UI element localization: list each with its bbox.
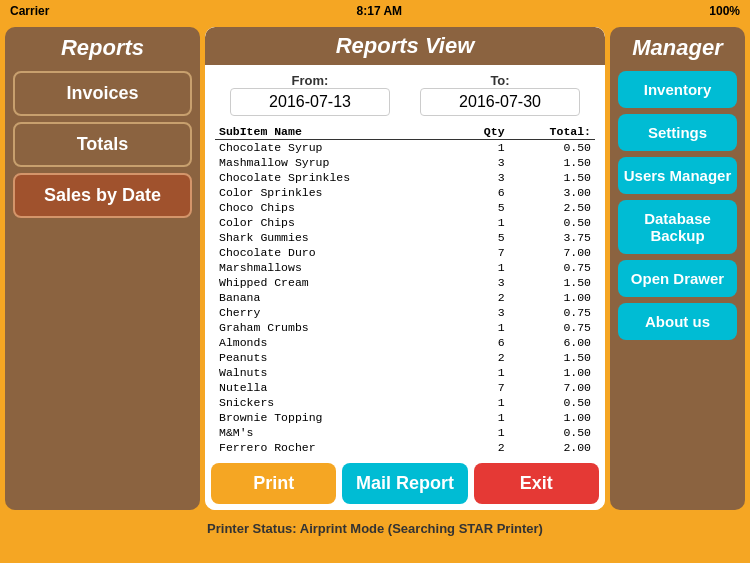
item-qty: 3 — [458, 275, 508, 290]
time-label: 8:17 AM — [357, 4, 403, 18]
item-qty: 2 — [458, 440, 508, 455]
item-total: 3.00 — [509, 185, 595, 200]
carrier-label: Carrier — [10, 4, 49, 18]
item-total: 1.50 — [509, 275, 595, 290]
totals-button[interactable]: Totals — [13, 122, 192, 167]
item-total: 0.75 — [509, 260, 595, 275]
item-name: Color Sprinkles — [215, 185, 458, 200]
item-name: Banana — [215, 290, 458, 305]
table-row: Shark Gummies 5 3.75 — [215, 230, 595, 245]
table-row: Walnuts 1 1.00 — [215, 365, 595, 380]
item-name: Nutella — [215, 380, 458, 395]
date-row: From: To: — [205, 65, 605, 120]
item-qty: 7 — [458, 245, 508, 260]
print-button[interactable]: Print — [211, 463, 336, 504]
item-qty: 1 — [458, 425, 508, 440]
item-total: 0.50 — [509, 140, 595, 156]
item-name: Mashmallow Syrup — [215, 155, 458, 170]
settings-button[interactable]: Settings — [618, 114, 737, 151]
database-backup-button[interactable]: Database Backup — [618, 200, 737, 254]
open-drawer-button[interactable]: Open Drawer — [618, 260, 737, 297]
item-name: Cherry — [215, 305, 458, 320]
users-manager-button[interactable]: Users Manager — [618, 157, 737, 194]
center-panel: Reports View From: To: SubItem Name Qty … — [205, 27, 605, 510]
center-title: Reports View — [211, 33, 599, 59]
printer-status: Printer Status: Airprint Mode (Searching… — [207, 521, 543, 536]
item-qty: 2 — [458, 350, 508, 365]
item-total: 0.50 — [509, 425, 595, 440]
item-name: Peanuts — [215, 350, 458, 365]
col-total-header: Total: — [509, 124, 595, 140]
item-total: 0.75 — [509, 305, 595, 320]
item-name: Whipped Cream — [215, 275, 458, 290]
table-row: Banana 2 1.00 — [215, 290, 595, 305]
table-row: Choco Chips 5 2.50 — [215, 200, 595, 215]
item-total: 3.75 — [509, 230, 595, 245]
left-sidebar: Reports Invoices Totals Sales by Date — [5, 27, 200, 510]
status-bar: Carrier 8:17 AM 100% — [0, 0, 750, 22]
item-name: Choco Chips — [215, 200, 458, 215]
item-qty: 3 — [458, 170, 508, 185]
table-row: Mashmallow Syrup 3 1.50 — [215, 155, 595, 170]
table-row: Peanuts 2 1.50 — [215, 350, 595, 365]
main-container: Reports Invoices Totals Sales by Date Re… — [0, 22, 750, 515]
sales-by-date-button[interactable]: Sales by Date — [13, 173, 192, 218]
item-total: 0.50 — [509, 215, 595, 230]
item-total: 1.00 — [509, 290, 595, 305]
item-qty: 1 — [458, 260, 508, 275]
item-total: 1.50 — [509, 155, 595, 170]
item-total: 2.50 — [509, 200, 595, 215]
right-sidebar-title: Manager — [618, 35, 737, 61]
item-total: 7.00 — [509, 245, 595, 260]
item-name: Snickers — [215, 395, 458, 410]
item-qty: 1 — [458, 215, 508, 230]
item-qty: 1 — [458, 410, 508, 425]
item-name: Shark Gummies — [215, 230, 458, 245]
from-date-field: From: — [230, 73, 390, 116]
table-row: Graham Crumbs 1 0.75 — [215, 320, 595, 335]
table-row: Chocolate Duro 7 7.00 — [215, 245, 595, 260]
item-name: Chocolate Syrup — [215, 140, 458, 156]
table-row: Whipped Cream 3 1.50 — [215, 275, 595, 290]
from-label: From: — [292, 73, 329, 88]
item-total: 1.00 — [509, 410, 595, 425]
from-date-input[interactable] — [230, 88, 390, 116]
to-date-field: To: — [420, 73, 580, 116]
invoices-button[interactable]: Invoices — [13, 71, 192, 116]
item-name: Brownie Topping — [215, 410, 458, 425]
battery-label: 100% — [709, 4, 740, 18]
item-total: 6.00 — [509, 335, 595, 350]
item-total: 1.50 — [509, 350, 595, 365]
item-name: Color Chips — [215, 215, 458, 230]
item-qty: 6 — [458, 185, 508, 200]
inventory-button[interactable]: Inventory — [618, 71, 737, 108]
item-qty: 1 — [458, 365, 508, 380]
bottom-status-bar: Printer Status: Airprint Mode (Searching… — [0, 515, 750, 541]
mail-report-button[interactable]: Mail Report — [342, 463, 467, 504]
center-header: Reports View — [205, 27, 605, 65]
item-qty: 3 — [458, 155, 508, 170]
table-row: Almonds 6 6.00 — [215, 335, 595, 350]
item-qty: 7 — [458, 380, 508, 395]
item-name: Ferrero Rocher — [215, 440, 458, 455]
col-qty-header: Qty — [458, 124, 508, 140]
table-row: Snickers 1 0.50 — [215, 395, 595, 410]
table-row: Color Sprinkles 6 3.00 — [215, 185, 595, 200]
to-date-input[interactable] — [420, 88, 580, 116]
report-table: SubItem Name Qty Total: Chocolate Syrup … — [215, 124, 595, 455]
exit-button[interactable]: Exit — [474, 463, 599, 504]
item-name: Graham Crumbs — [215, 320, 458, 335]
item-qty: 1 — [458, 140, 508, 156]
table-row: M&M's 1 0.50 — [215, 425, 595, 440]
item-qty: 1 — [458, 395, 508, 410]
about-us-button[interactable]: About us — [618, 303, 737, 340]
item-qty: 2 — [458, 290, 508, 305]
table-row: Marshmallows 1 0.75 — [215, 260, 595, 275]
left-sidebar-title: Reports — [13, 35, 192, 61]
table-row: Color Chips 1 0.50 — [215, 215, 595, 230]
item-name: Marshmallows — [215, 260, 458, 275]
item-total: 1.50 — [509, 170, 595, 185]
table-row: Chocolate Syrup 1 0.50 — [215, 140, 595, 156]
item-qty: 5 — [458, 200, 508, 215]
table-row: Cherry 3 0.75 — [215, 305, 595, 320]
